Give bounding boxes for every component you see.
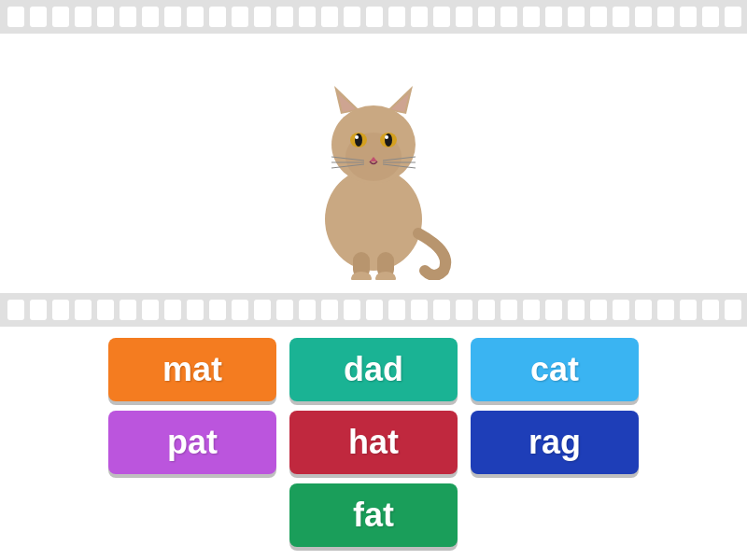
film-hole bbox=[500, 300, 517, 320]
film-hole bbox=[321, 7, 338, 27]
word-button-rag[interactable]: rag bbox=[471, 411, 639, 474]
button-row-2: pat hat rag bbox=[108, 411, 639, 474]
film-hole bbox=[97, 300, 114, 320]
film-hole bbox=[75, 300, 92, 320]
word-button-fat[interactable]: fat bbox=[289, 483, 458, 547]
film-hole bbox=[635, 7, 652, 27]
film-hole bbox=[388, 7, 405, 27]
film-hole bbox=[142, 300, 159, 320]
svg-point-8 bbox=[355, 133, 362, 147]
film-hole bbox=[52, 7, 69, 27]
film-hole bbox=[478, 300, 495, 320]
film-hole bbox=[590, 300, 607, 320]
film-hole bbox=[702, 7, 719, 27]
film-hole bbox=[254, 300, 271, 320]
film-hole bbox=[456, 300, 472, 320]
film-hole bbox=[120, 300, 136, 320]
film-hole bbox=[433, 7, 450, 27]
film-hole bbox=[590, 7, 607, 27]
film-hole bbox=[7, 300, 24, 320]
film-hole bbox=[276, 300, 293, 320]
film-strip-top bbox=[0, 0, 747, 34]
film-hole bbox=[366, 7, 383, 27]
film-hole bbox=[164, 300, 181, 320]
film-hole bbox=[725, 7, 741, 27]
film-hole bbox=[657, 7, 674, 27]
film-hole bbox=[232, 7, 248, 27]
film-hole bbox=[500, 7, 517, 27]
film-hole bbox=[411, 7, 428, 27]
film-hole bbox=[725, 300, 741, 320]
film-hole bbox=[456, 7, 472, 27]
word-button-cat[interactable]: cat bbox=[471, 338, 639, 401]
film-hole bbox=[680, 300, 697, 320]
word-button-hat[interactable]: hat bbox=[289, 411, 458, 474]
word-button-dad[interactable]: dad bbox=[289, 338, 458, 401]
film-hole bbox=[523, 300, 540, 320]
film-hole bbox=[344, 300, 360, 320]
cat-image-area bbox=[0, 34, 747, 293]
film-hole bbox=[635, 300, 652, 320]
film-hole bbox=[254, 7, 271, 27]
word-button-pat[interactable]: pat bbox=[108, 411, 276, 474]
film-hole bbox=[366, 300, 383, 320]
film-hole bbox=[209, 300, 226, 320]
film-hole bbox=[209, 7, 226, 27]
film-hole bbox=[523, 7, 540, 27]
film-hole bbox=[344, 7, 360, 27]
film-hole bbox=[120, 7, 136, 27]
film-hole bbox=[52, 300, 69, 320]
film-hole bbox=[7, 7, 24, 27]
film-hole bbox=[545, 7, 562, 27]
film-hole bbox=[568, 300, 585, 320]
film-hole bbox=[232, 300, 248, 320]
svg-point-11 bbox=[355, 135, 359, 139]
film-hole bbox=[433, 300, 450, 320]
film-hole bbox=[388, 300, 405, 320]
film-hole bbox=[187, 300, 204, 320]
word-buttons-area: mat dad cat pat hat rag fat bbox=[0, 327, 747, 558]
film-hole bbox=[411, 300, 428, 320]
svg-point-10 bbox=[385, 133, 392, 147]
film-hole bbox=[97, 7, 114, 27]
film-hole bbox=[75, 7, 92, 27]
film-hole bbox=[30, 300, 47, 320]
button-row-3: fat bbox=[289, 483, 458, 547]
film-hole bbox=[187, 7, 204, 27]
film-hole bbox=[478, 7, 495, 27]
film-hole bbox=[276, 7, 293, 27]
film-hole bbox=[142, 7, 159, 27]
film-hole bbox=[657, 300, 674, 320]
film-hole bbox=[545, 300, 562, 320]
film-hole bbox=[680, 7, 697, 27]
word-button-mat[interactable]: mat bbox=[108, 338, 276, 401]
cat-image bbox=[289, 47, 458, 280]
film-hole bbox=[613, 300, 629, 320]
film-hole bbox=[613, 7, 629, 27]
film-strip-bottom bbox=[0, 293, 747, 327]
film-hole bbox=[321, 300, 338, 320]
film-hole bbox=[30, 7, 47, 27]
button-row-1: mat dad cat bbox=[108, 338, 639, 401]
film-hole bbox=[299, 300, 316, 320]
film-hole bbox=[568, 7, 585, 27]
film-hole bbox=[164, 7, 181, 27]
film-hole bbox=[299, 7, 316, 27]
film-hole bbox=[702, 300, 719, 320]
svg-point-12 bbox=[385, 135, 388, 139]
